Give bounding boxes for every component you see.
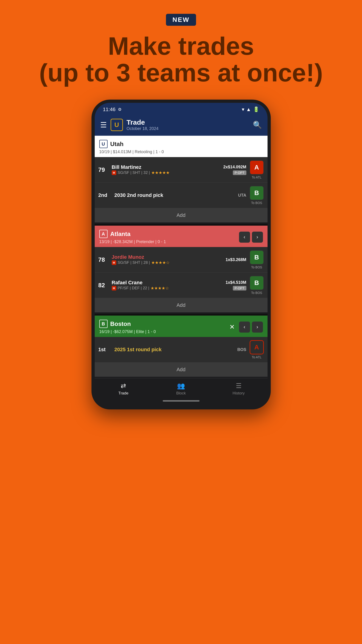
contract-badge-munoz: 1x$3.268M	[226, 257, 246, 262]
nav-item-block[interactable]: 👥 Block	[152, 382, 210, 396]
status-bar: 11:46 ⚙ ▾ ▲ 🔋	[95, 103, 268, 115]
boston-name-row: B Boston	[99, 320, 227, 328]
utah-team-name: Utah	[110, 140, 124, 148]
wifi-icon: ▾	[242, 106, 244, 112]
pick-name-2030: 2030 2nd round pick	[114, 192, 235, 198]
app-date: October 18, 2024	[127, 126, 159, 131]
destination-badge-atl-martinez: A To ATL	[250, 160, 264, 179]
utah-name-row: U Utah	[99, 140, 263, 148]
boston-header: B Boston 16/19 | -$62.075M | Elite | 1 -…	[95, 316, 268, 337]
team-logo-utah-header: U	[111, 119, 123, 131]
pick-tag-uta: UTA	[238, 193, 246, 198]
pick-name-2025: 2025 1st round pick	[114, 346, 234, 352]
trade-icon: ⇄	[121, 382, 126, 390]
bottom-nav: ⇄ Trade 👥 Block ☰ History	[95, 378, 268, 398]
time-display: 11:46	[103, 106, 116, 112]
boston-section: B Boston 16/19 | -$62.075M | Elite | 1 -…	[95, 316, 268, 377]
boston-prev-arrow[interactable]: ‹	[239, 322, 250, 332]
atlanta-header: A Atlanta 13/19 | -$28.342M | Pretender …	[95, 226, 268, 247]
atlanta-prev-arrow[interactable]: ‹	[239, 232, 250, 243]
history-label: History	[233, 391, 245, 396]
phone-wrapper: 11:46 ⚙ ▾ ▲ 🔋 ☰ U	[91, 100, 271, 410]
history-icon: ☰	[236, 382, 242, 390]
badge-bos-crane: B	[250, 276, 264, 290]
atlanta-add-button[interactable]: Add	[95, 298, 268, 312]
utah-add-button[interactable]: Add	[95, 208, 268, 222]
player-info-martinez: Bill Martinez M SG/SF | SHT | 32 | ★★★★★	[112, 164, 220, 175]
player-info-munoz: Jordie Munoz M SG/SF | SHT | 28 | ★★★★☆	[112, 254, 223, 265]
player-meta-martinez: M SG/SF | SHT | 32 | ★★★★★	[112, 170, 220, 175]
atlanta-team-name: Atlanta	[110, 230, 131, 238]
signal-icon: ▲	[246, 106, 251, 112]
destination-badge-bos-crane: B To BOS	[250, 276, 264, 295]
destination-badge-atl-pick: A To ATL	[250, 340, 264, 359]
app-header: ☰ U Trade October 18, 2024 🔍	[95, 115, 268, 136]
atlanta-nav-arrows: ‹ ›	[239, 232, 263, 243]
stars-martinez: ★★★★★	[151, 170, 170, 175]
boston-header-info: B Boston 16/19 | -$62.075M | Elite | 1 -…	[99, 320, 227, 334]
p-opt-tag-crane: P-OPT	[233, 286, 246, 290]
divider-1	[95, 224, 268, 226]
gear-icon: ⚙	[118, 107, 122, 112]
boston-logo-small: B	[99, 320, 108, 328]
atlanta-team-stats: 13/19 | -$28.342M | Pretender | 0 - 1	[99, 240, 166, 244]
divider-2	[95, 314, 268, 316]
boston-controls: ✕ ‹ ›	[227, 322, 263, 332]
phone-mockup: 11:46 ⚙ ▾ ▲ 🔋 ☰ U	[91, 100, 271, 410]
new-badge: NEW	[166, 14, 196, 26]
status-left: 11:46 ⚙	[103, 106, 122, 112]
headline: Make trades (up to 3 teams at once!)	[39, 33, 323, 86]
utah-team-stats: 10/19 | $14.013M | Retooling | 1 - 0	[99, 150, 263, 154]
contract-badge-martinez: 2x$14.092M P-OPT	[223, 165, 246, 175]
badge-atl-martinez: A	[250, 160, 264, 174]
atlanta-player-row-1[interactable]: 82 Rafael Crane M PF/SF | DEF | 22 | ★★★…	[95, 272, 268, 298]
atlanta-player-row-0[interactable]: 78 Jordie Munoz M SG/SF | SHT | 28 | ★★★…	[95, 247, 268, 272]
atlanta-logo-small: A	[99, 230, 108, 238]
app-title-block: Trade October 18, 2024	[127, 118, 159, 131]
status-right: ▾ ▲ 🔋	[242, 106, 259, 112]
player-number-78: 78	[98, 256, 108, 263]
boston-next-arrow[interactable]: ›	[252, 322, 263, 332]
player-number-82: 82	[98, 282, 108, 289]
page-header: NEW Make trades (up to 3 teams at once!)	[39, 0, 323, 86]
boston-pick-row-0[interactable]: 1st 2025 1st round pick BOS A To ATL	[95, 337, 268, 362]
app-title: Trade	[127, 118, 159, 126]
hamburger-icon[interactable]: ☰	[100, 120, 107, 129]
headline-line2: (up to 3 teams at once!)	[39, 58, 323, 87]
block-label: Block	[176, 391, 186, 396]
boston-add-button[interactable]: Add	[95, 362, 268, 377]
block-icon: 👥	[177, 382, 185, 390]
pick-round-1st: 1st	[98, 346, 111, 352]
utah-player-row-0[interactable]: 79 Bill Martinez M SG/SF | SHT | 32 | ★★…	[95, 157, 268, 182]
player-name-martinez: Bill Martinez	[112, 164, 220, 170]
destination-badge-bos-munoz: B To BOS	[250, 250, 264, 269]
utah-pick-row-0[interactable]: 2nd 2030 2nd round pick UTA B To BOS	[95, 182, 268, 208]
search-icon[interactable]: 🔍	[253, 120, 262, 129]
player-meta-munoz: M SG/SF | SHT | 28 | ★★★★☆	[112, 260, 223, 265]
stars-munoz: ★★★★☆	[151, 260, 170, 265]
atlanta-header-info: A Atlanta 13/19 | -$28.342M | Pretender …	[99, 230, 239, 244]
player-name-munoz: Jordie Munoz	[112, 254, 223, 260]
team-logo-m-martinez: M	[112, 170, 116, 175]
headline-line1: Make trades	[108, 32, 254, 60]
utah-header: U Utah 10/19 | $14.013M | Retooling | 1 …	[95, 136, 268, 157]
boston-team-stats: 16/19 | -$62.075M | Elite | 1 - 0	[99, 329, 156, 334]
home-indicator	[95, 398, 268, 406]
atlanta-name-row: A Atlanta	[99, 230, 239, 238]
team-logo-m-crane: M	[112, 286, 116, 290]
utah-section: U Utah 10/19 | $14.013M | Retooling | 1 …	[95, 136, 268, 222]
home-bar	[163, 400, 200, 402]
nav-item-history[interactable]: ☰ History	[210, 382, 268, 396]
p-opt-tag-martinez: P-OPT	[233, 170, 246, 175]
badge-bos-pick: B	[250, 186, 264, 200]
utah-logo-small: U	[99, 140, 108, 148]
destination-badge-bos-pick: B To BOS	[250, 186, 264, 205]
badge-atl-outline-pick: A	[250, 340, 264, 354]
boston-close-button[interactable]: ✕	[227, 322, 237, 332]
atlanta-next-arrow[interactable]: ›	[252, 232, 263, 243]
atlanta-header-row: A Atlanta 13/19 | -$28.342M | Pretender …	[99, 230, 263, 244]
trade-label: Trade	[118, 391, 128, 396]
boston-nav-arrows: ‹ ›	[239, 322, 263, 332]
nav-item-trade[interactable]: ⇄ Trade	[95, 382, 152, 396]
contract-badge-crane: 1x$4.510M P-OPT	[226, 280, 246, 290]
